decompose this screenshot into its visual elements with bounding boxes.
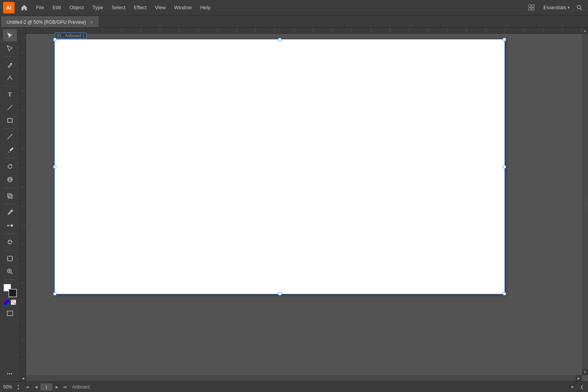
ws-grid-cell <box>529 8 531 10</box>
line-tool-btn[interactable] <box>3 101 17 114</box>
scroll-left-btn[interactable]: ◀ <box>20 375 26 381</box>
selection-tool-btn[interactable] <box>3 29 17 41</box>
type-tool-btn[interactable]: T <box>3 88 17 100</box>
menu-type[interactable]: Type <box>89 2 107 13</box>
toolbar-separator <box>5 128 15 129</box>
svg-rect-5 <box>8 119 12 122</box>
first-artboard-btn[interactable]: ⏮ <box>24 383 31 391</box>
toolbar-separator <box>5 158 15 158</box>
stroke-swatch[interactable] <box>8 289 17 297</box>
handle-middle-right[interactable] <box>503 165 506 168</box>
handle-middle-left[interactable] <box>53 165 56 168</box>
workspace-chevron: ▾ <box>568 5 570 10</box>
rectangle-tool-btn[interactable] <box>3 114 17 127</box>
direct-selection-btn[interactable] <box>3 42 17 54</box>
svg-rect-7 <box>9 147 13 152</box>
svg-rect-19 <box>8 256 12 261</box>
ruler-top <box>20 28 582 34</box>
handle-top-right[interactable] <box>503 38 506 41</box>
pen-tool-btn[interactable] <box>3 59 17 71</box>
color-gradient-icon[interactable] <box>4 300 9 305</box>
menu-window[interactable]: Window <box>170 2 195 13</box>
handle-bottom-left[interactable] <box>53 292 56 295</box>
workspace-icons-group <box>529 5 536 10</box>
tab-close-button[interactable]: × <box>89 20 94 25</box>
warp-btn[interactable] <box>3 173 17 186</box>
artboard-number-input[interactable] <box>41 384 52 390</box>
menu-help[interactable]: Help <box>196 2 214 13</box>
color-swatches[interactable] <box>3 283 17 297</box>
ruler-left <box>20 28 26 375</box>
handle-top-center[interactable] <box>278 38 281 41</box>
blend-btn[interactable] <box>3 219 17 232</box>
status-chevron-btn[interactable]: ❮ <box>579 384 585 390</box>
svg-rect-10 <box>9 195 12 198</box>
home-button[interactable] <box>18 2 30 13</box>
artboard-tool-btn[interactable] <box>3 252 17 265</box>
scroll-down-btn[interactable]: ▼ <box>582 369 588 375</box>
app-logo: Ai <box>3 2 15 13</box>
workspace-selector[interactable]: Essentials ▾ <box>540 3 573 12</box>
ruler-ticks-left <box>20 34 26 375</box>
toolbar-separator <box>5 56 15 57</box>
menu-effect[interactable]: Effect <box>130 2 150 13</box>
screen-mode-btn[interactable] <box>3 307 17 320</box>
eyedropper-btn[interactable] <box>3 206 17 219</box>
prev-artboard-btn[interactable]: ◀ <box>32 383 40 391</box>
scale-btn[interactable] <box>3 190 17 202</box>
handle-bottom-right[interactable] <box>503 292 506 295</box>
status-chevron-icon: ❮ <box>580 385 583 389</box>
panel-collapse-btn[interactable]: › <box>583 197 588 212</box>
pencil-btn[interactable] <box>3 144 17 156</box>
curvature-tool-btn[interactable] <box>3 72 17 84</box>
svg-rect-9 <box>8 194 11 197</box>
menu-edit[interactable]: Edit <box>49 2 65 13</box>
svg-line-1 <box>580 8 582 10</box>
left-toolbar: T <box>0 28 20 381</box>
menu-select[interactable]: Select <box>108 2 129 13</box>
more-tools-btn[interactable]: ••• <box>3 367 17 380</box>
scroll-right-btn[interactable]: ▶ <box>576 375 582 381</box>
zoom-up-btn[interactable]: ▲ <box>16 384 21 387</box>
next-artboard-btn[interactable]: ▶ <box>53 383 61 391</box>
zoom-tool-btn[interactable] <box>3 265 17 278</box>
workspace-grid-icon <box>529 5 534 10</box>
svg-point-2 <box>10 63 12 64</box>
workspace-label: Essentials <box>544 5 566 10</box>
handle-bottom-center[interactable] <box>278 292 281 295</box>
type-icon: T <box>8 91 11 98</box>
toolbar-separator <box>5 250 15 250</box>
collapse-chevron-icon: › <box>585 203 586 206</box>
menu-file[interactable]: File <box>32 2 48 13</box>
zoom-down-btn[interactable]: ▼ <box>16 387 21 390</box>
last-artboard-btn[interactable]: ⏭ <box>61 383 69 391</box>
scrollbar-bottom[interactable]: ◀ ▶ <box>20 375 582 381</box>
menu-object[interactable]: Object <box>66 2 88 13</box>
ws-grid-cell <box>532 5 534 7</box>
canvas-area: 01 - Artboard 1 ▲ ▼ › ◀ <box>20 28 588 381</box>
symbol-sprayer-btn[interactable] <box>3 236 17 248</box>
handle-top-left[interactable] <box>53 38 56 41</box>
document-tab[interactable]: Untitled-2 @ 50% (RGB/GPU Preview) × <box>2 16 99 27</box>
zoom-stepper[interactable]: ▲ ▼ <box>16 384 21 390</box>
ruler-corner <box>20 28 26 34</box>
play-status-btn[interactable]: ▶ <box>570 384 576 390</box>
play-icon: ▶ <box>572 385 574 389</box>
none-icon[interactable] <box>11 300 16 305</box>
svg-point-8 <box>8 177 12 182</box>
svg-point-13 <box>11 224 13 227</box>
svg-rect-29 <box>7 311 13 316</box>
paintbrush-btn[interactable] <box>3 131 17 143</box>
rotate-btn[interactable] <box>3 160 17 173</box>
scroll-track-bottom[interactable] <box>26 375 576 381</box>
quick-colors <box>4 300 16 305</box>
ruler-ticks-top <box>26 28 582 33</box>
search-button[interactable] <box>574 2 585 13</box>
artboard-status-label: Artboard <box>72 384 90 390</box>
scroll-up-btn[interactable]: ▲ <box>582 28 588 34</box>
toolbar-separator <box>5 234 15 234</box>
menu-view[interactable]: View <box>151 2 169 13</box>
ws-grid-cell <box>529 5 531 7</box>
svg-line-28 <box>11 300 15 304</box>
svg-point-0 <box>577 5 581 9</box>
